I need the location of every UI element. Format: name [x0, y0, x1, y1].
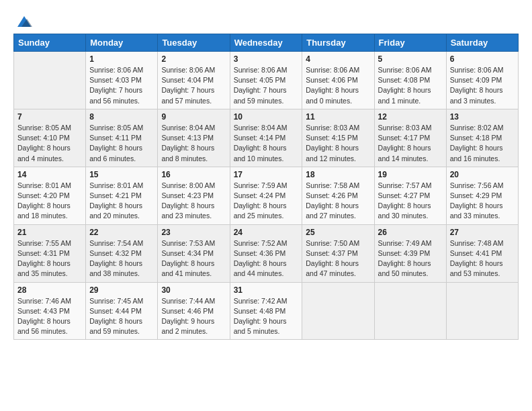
weekday-header-sunday: Sunday	[14, 34, 86, 52]
calendar-cell: 6Sunrise: 8:06 AMSunset: 4:09 PMDaylight…	[446, 52, 518, 109]
day-detail: Sunrise: 7:58 AMSunset: 4:26 PMDaylight:…	[306, 181, 370, 222]
calendar-week-row: 7Sunrise: 8:05 AMSunset: 4:10 PMDaylight…	[14, 109, 519, 167]
calendar-cell: 22Sunrise: 7:54 AMSunset: 4:32 PMDayligh…	[86, 224, 158, 282]
day-number: 20	[450, 170, 515, 179]
day-number: 11	[306, 112, 370, 122]
weekday-header-tuesday: Tuesday	[158, 34, 230, 52]
calendar-cell: 3Sunrise: 8:06 AMSunset: 4:05 PMDaylight…	[230, 52, 302, 109]
calendar-cell	[14, 52, 86, 109]
day-number: 15	[89, 170, 154, 179]
day-number: 31	[234, 285, 299, 295]
calendar-week-row: 14Sunrise: 8:01 AMSunset: 4:20 PMDayligh…	[14, 167, 519, 224]
day-detail: Sunrise: 7:46 AMSunset: 4:43 PMDaylight:…	[17, 296, 82, 337]
calendar-cell: 11Sunrise: 8:03 AMSunset: 4:15 PMDayligh…	[302, 109, 374, 167]
page: SundayMondayTuesdayWednesdayThursdayFrid…	[0, 0, 532, 347]
day-detail: Sunrise: 7:49 AMSunset: 4:39 PMDaylight:…	[378, 238, 443, 279]
day-number: 22	[89, 228, 154, 237]
day-number: 29	[89, 285, 154, 295]
calendar-cell: 29Sunrise: 7:45 AMSunset: 4:44 PMDayligh…	[86, 282, 158, 340]
day-detail: Sunrise: 8:04 AMSunset: 4:14 PMDaylight:…	[234, 123, 299, 164]
day-detail: Sunrise: 8:06 AMSunset: 4:06 PMDaylight:…	[306, 65, 370, 106]
day-detail: Sunrise: 8:06 AMSunset: 4:04 PMDaylight:…	[161, 65, 226, 106]
calendar-cell: 30Sunrise: 7:44 AMSunset: 4:46 PMDayligh…	[158, 282, 230, 340]
day-number: 7	[17, 112, 82, 122]
day-number: 19	[378, 170, 443, 179]
day-number: 25	[306, 228, 370, 237]
calendar-cell: 24Sunrise: 7:52 AMSunset: 4:36 PMDayligh…	[230, 224, 302, 282]
calendar-cell: 26Sunrise: 7:49 AMSunset: 4:39 PMDayligh…	[374, 224, 446, 282]
day-detail: Sunrise: 8:03 AMSunset: 4:15 PMDaylight:…	[306, 123, 370, 164]
calendar-cell: 17Sunrise: 7:59 AMSunset: 4:24 PMDayligh…	[230, 167, 302, 224]
day-number: 9	[161, 112, 226, 122]
day-number: 10	[234, 112, 299, 122]
day-detail: Sunrise: 7:56 AMSunset: 4:29 PMDaylight:…	[450, 181, 515, 222]
calendar-cell	[302, 282, 374, 340]
calendar-cell: 10Sunrise: 8:04 AMSunset: 4:14 PMDayligh…	[230, 109, 302, 167]
day-number: 2	[161, 54, 226, 64]
day-detail: Sunrise: 8:05 AMSunset: 4:10 PMDaylight:…	[17, 123, 82, 164]
day-detail: Sunrise: 7:59 AMSunset: 4:24 PMDaylight:…	[234, 181, 299, 222]
calendar-cell: 31Sunrise: 7:42 AMSunset: 4:48 PMDayligh…	[230, 282, 302, 340]
calendar-cell	[374, 282, 446, 340]
day-number: 13	[450, 112, 515, 122]
day-number: 17	[234, 170, 299, 179]
calendar-cell: 5Sunrise: 8:06 AMSunset: 4:08 PMDaylight…	[374, 52, 446, 109]
weekday-header-monday: Monday	[86, 34, 158, 52]
calendar-cell: 8Sunrise: 8:05 AMSunset: 4:11 PMDaylight…	[86, 109, 158, 167]
day-number: 23	[161, 228, 226, 237]
day-detail: Sunrise: 8:05 AMSunset: 4:11 PMDaylight:…	[89, 123, 154, 164]
calendar-cell: 9Sunrise: 8:04 AMSunset: 4:13 PMDaylight…	[158, 109, 230, 167]
day-number: 26	[378, 228, 443, 237]
calendar-cell	[446, 282, 518, 340]
day-number: 5	[378, 54, 443, 64]
calendar-cell: 28Sunrise: 7:46 AMSunset: 4:43 PMDayligh…	[14, 282, 86, 340]
day-number: 16	[161, 170, 226, 179]
logo	[13, 12, 34, 28]
day-detail: Sunrise: 7:54 AMSunset: 4:32 PMDaylight:…	[89, 238, 154, 279]
day-detail: Sunrise: 8:00 AMSunset: 4:23 PMDaylight:…	[161, 181, 226, 222]
calendar-table: SundayMondayTuesdayWednesdayThursdayFrid…	[13, 34, 519, 340]
day-detail: Sunrise: 7:44 AMSunset: 4:46 PMDaylight:…	[161, 296, 226, 337]
day-number: 18	[306, 170, 370, 179]
weekday-header-saturday: Saturday	[446, 34, 518, 52]
calendar-week-row: 1Sunrise: 8:06 AMSunset: 4:03 PMDaylight…	[14, 52, 519, 109]
day-detail: Sunrise: 8:06 AMSunset: 4:08 PMDaylight:…	[378, 65, 443, 106]
weekday-header-friday: Friday	[374, 34, 446, 52]
calendar-cell: 2Sunrise: 8:06 AMSunset: 4:04 PMDaylight…	[158, 52, 230, 109]
day-number: 12	[378, 112, 443, 122]
day-detail: Sunrise: 8:04 AMSunset: 4:13 PMDaylight:…	[161, 123, 226, 164]
calendar-cell: 13Sunrise: 8:02 AMSunset: 4:18 PMDayligh…	[446, 109, 518, 167]
header-row	[13, 12, 519, 28]
day-detail: Sunrise: 7:53 AMSunset: 4:34 PMDaylight:…	[161, 238, 226, 279]
day-detail: Sunrise: 7:50 AMSunset: 4:37 PMDaylight:…	[306, 238, 370, 279]
calendar-cell: 27Sunrise: 7:48 AMSunset: 4:41 PMDayligh…	[446, 224, 518, 282]
calendar-cell: 12Sunrise: 8:03 AMSunset: 4:17 PMDayligh…	[374, 109, 446, 167]
weekday-header-thursday: Thursday	[302, 34, 374, 52]
day-number: 8	[89, 112, 154, 122]
day-number: 27	[450, 228, 515, 237]
day-detail: Sunrise: 7:55 AMSunset: 4:31 PMDaylight:…	[17, 238, 82, 279]
day-detail: Sunrise: 8:06 AMSunset: 4:03 PMDaylight:…	[89, 65, 154, 106]
calendar-week-row: 28Sunrise: 7:46 AMSunset: 4:43 PMDayligh…	[14, 282, 519, 340]
calendar-cell: 15Sunrise: 8:01 AMSunset: 4:21 PMDayligh…	[86, 167, 158, 224]
day-detail: Sunrise: 8:03 AMSunset: 4:17 PMDaylight:…	[378, 123, 443, 164]
day-detail: Sunrise: 8:01 AMSunset: 4:21 PMDaylight:…	[89, 181, 154, 222]
calendar-cell: 19Sunrise: 7:57 AMSunset: 4:27 PMDayligh…	[374, 167, 446, 224]
day-detail: Sunrise: 8:02 AMSunset: 4:18 PMDaylight:…	[450, 123, 515, 164]
calendar-cell: 21Sunrise: 7:55 AMSunset: 4:31 PMDayligh…	[14, 224, 86, 282]
day-number: 1	[89, 54, 154, 64]
logo-icon	[15, 12, 34, 31]
day-number: 6	[450, 54, 515, 64]
calendar-cell: 1Sunrise: 8:06 AMSunset: 4:03 PMDaylight…	[86, 52, 158, 109]
day-number: 4	[306, 54, 370, 64]
day-number: 14	[17, 170, 82, 179]
day-number: 24	[234, 228, 299, 237]
calendar-cell: 14Sunrise: 8:01 AMSunset: 4:20 PMDayligh…	[14, 167, 86, 224]
day-detail: Sunrise: 7:57 AMSunset: 4:27 PMDaylight:…	[378, 181, 443, 222]
day-number: 3	[234, 54, 299, 64]
day-detail: Sunrise: 7:52 AMSunset: 4:36 PMDaylight:…	[234, 238, 299, 279]
calendar-week-row: 21Sunrise: 7:55 AMSunset: 4:31 PMDayligh…	[14, 224, 519, 282]
day-detail: Sunrise: 7:42 AMSunset: 4:48 PMDaylight:…	[234, 296, 299, 337]
calendar-cell: 25Sunrise: 7:50 AMSunset: 4:37 PMDayligh…	[302, 224, 374, 282]
day-detail: Sunrise: 8:01 AMSunset: 4:20 PMDaylight:…	[17, 181, 82, 222]
